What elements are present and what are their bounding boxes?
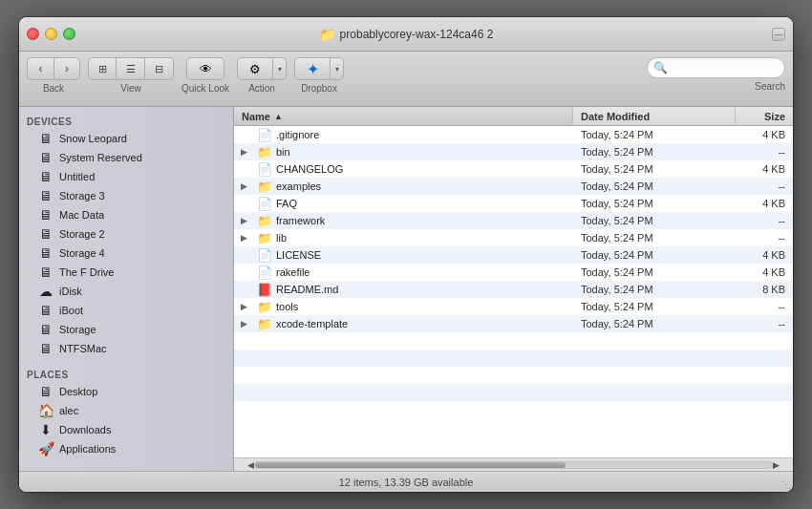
- sidebar-item-label: NTFSMac: [59, 343, 107, 354]
- sidebar-item-storage4[interactable]: 🖥 Storage 4: [23, 244, 229, 263]
- sidebar-item-storage2[interactable]: 🖥 Storage 2: [23, 224, 229, 244]
- sidebar-item-desktop[interactable]: 🖥 Desktop: [23, 382, 229, 401]
- folder-icon: 📁: [319, 27, 335, 42]
- traffic-lights: [27, 28, 75, 40]
- table-row[interactable]: ▶ 📁 tools Today, 5:24 PM --: [234, 298, 793, 315]
- sidebar-item-label: Storage: [59, 324, 96, 335]
- file-name-cell: 📄 rakefile: [253, 265, 573, 280]
- action-button[interactable]: ⚙: [237, 57, 273, 80]
- expand-icon[interactable]: ▶: [241, 216, 247, 225]
- sidebar-item-macdata[interactable]: 🖥 Mac Data: [23, 205, 229, 224]
- list-view-button[interactable]: ☰: [117, 57, 145, 80]
- sidebar-item-label: System Reserved: [59, 152, 142, 163]
- action-dropdown[interactable]: ▾: [273, 57, 287, 80]
- table-row[interactable]: ▶ 📄 .gitignore Today, 5:24 PM 4 KB: [234, 126, 793, 143]
- sidebar-item-idisk[interactable]: ☁ iDisk: [23, 282, 229, 301]
- file-name-cell: 📄 FAQ: [253, 197, 573, 211]
- dropbox-dropdown[interactable]: ▾: [331, 57, 344, 80]
- file-name-cell: 📁 tools: [253, 300, 573, 314]
- folder-icon: 📁: [257, 231, 272, 245]
- sidebar-item-ntfsmac[interactable]: 🖥 NTFSMac: [23, 339, 229, 358]
- file-modified: Today, 5:24 PM: [573, 215, 736, 226]
- quicklook-button[interactable]: 👁: [186, 57, 224, 80]
- dropbox-button[interactable]: ✦: [294, 57, 331, 80]
- sidebar-item-iboot[interactable]: 🖥 iBoot: [23, 301, 229, 320]
- expand-icon[interactable]: ▶: [241, 181, 247, 191]
- indent-spacer: ▶: [234, 216, 253, 225]
- modified-header-label: Date Modified: [581, 111, 650, 122]
- drive-icon: 🖥: [38, 207, 53, 223]
- sidebar-scroll[interactable]: DEVICES 🖥 Snow Leopard 🖥 System Reserved…: [19, 107, 233, 471]
- sidebar-item-applications[interactable]: 🚀 Applications: [23, 439, 229, 458]
- sidebar-item-thefdrive[interactable]: 🖥 The F Drive: [23, 263, 229, 282]
- folder-icon: 📁: [257, 180, 272, 194]
- finder-window: 📁 probablycorey-wax-124ca46 2 — ‹ › Back…: [19, 17, 793, 492]
- sidebar-item-downloads[interactable]: ⬇ Downloads: [23, 420, 229, 439]
- horizontal-scrollbar[interactable]: ◀ ▶: [234, 457, 793, 471]
- scroll-left-arrow[interactable]: ◀: [247, 460, 254, 470]
- expand-icon[interactable]: ▶: [241, 233, 247, 243]
- sidebar-item-snowleopard[interactable]: 🖥 Snow Leopard: [23, 129, 229, 148]
- table-row[interactable]: ▶ 📁 bin Today, 5:24 PM --: [234, 143, 793, 160]
- icon-view-button[interactable]: ⊞: [88, 57, 117, 80]
- table-row[interactable]: ▶ 📕 README.md Today, 5:24 PM 8 KB: [234, 281, 793, 298]
- file-name-cell: 📄 LICENSE: [253, 248, 573, 263]
- table-row[interactable]: ▶ 📄 FAQ Today, 5:24 PM 4 KB: [234, 195, 793, 212]
- action-label: Action: [248, 83, 275, 94]
- indent-spacer: ▶: [234, 267, 253, 277]
- close-button[interactable]: [27, 28, 39, 40]
- file-modified: Today, 5:24 PM: [573, 301, 736, 312]
- indent-spacer: ▶: [234, 302, 253, 311]
- maximize-button[interactable]: [63, 28, 75, 40]
- sidebar-item-alec[interactable]: 🏠 alec: [23, 401, 229, 420]
- back-button[interactable]: ‹: [27, 57, 53, 80]
- file-list[interactable]: ▶ 📄 .gitignore Today, 5:24 PM 4 KB ▶ 📁 b…: [234, 126, 793, 457]
- modified-column-header[interactable]: Date Modified: [573, 107, 736, 125]
- file-size: 8 KB: [736, 284, 793, 295]
- sidebar-item-label: Untitled: [59, 171, 95, 182]
- sidebar-item-systemreserved[interactable]: 🖥 System Reserved: [23, 148, 229, 167]
- column-header: Name ▲ Date Modified Size: [234, 107, 793, 126]
- view-label: View: [120, 83, 141, 94]
- empty-row: [234, 350, 793, 367]
- dropbox-buttons: ✦ ▾: [294, 57, 344, 80]
- table-row[interactable]: ▶ 📁 lib Today, 5:24 PM --: [234, 229, 793, 246]
- quicklook-label: Quick Look: [182, 83, 229, 94]
- table-row[interactable]: ▶ 📁 framework Today, 5:24 PM --: [234, 212, 793, 229]
- scroll-right-arrow[interactable]: ▶: [773, 460, 780, 470]
- sidebar-item-untitled[interactable]: 🖥 Untitled: [23, 167, 229, 186]
- minimize-button[interactable]: [45, 28, 57, 40]
- table-row[interactable]: ▶ 📁 xcode-template Today, 5:24 PM --: [234, 315, 793, 332]
- drive-icon: 🖥: [38, 303, 53, 318]
- file-size: 4 KB: [736, 163, 793, 175]
- file-area: Name ▲ Date Modified Size ▶ 📄 .gitignor: [234, 107, 793, 471]
- sidebar-item-storage[interactable]: 🖥 Storage: [23, 320, 229, 339]
- expand-icon[interactable]: ▶: [241, 147, 247, 157]
- file-size: --: [736, 146, 793, 158]
- window-title: 📁 probablycorey-wax-124ca46 2: [319, 27, 494, 42]
- table-row[interactable]: ▶ 📁 examples Today, 5:24 PM --: [234, 178, 793, 195]
- table-row[interactable]: ▶ 📄 rakefile Today, 5:24 PM 4 KB: [234, 264, 793, 281]
- file-size: --: [736, 232, 793, 244]
- sidebar-item-storage3[interactable]: 🖥 Storage 3: [23, 186, 229, 205]
- table-row[interactable]: ▶ 📄 CHANGELOG Today, 5:24 PM 4 KB: [234, 160, 793, 178]
- table-row[interactable]: ▶ 📄 LICENSE Today, 5:24 PM 4 KB: [234, 246, 793, 264]
- resize-button[interactable]: —: [772, 28, 785, 41]
- status-bar: 12 items, 13.39 GB available ⋱: [19, 471, 793, 492]
- expand-icon[interactable]: ▶: [241, 319, 247, 329]
- file-icon: 📄: [257, 248, 272, 263]
- expand-icon[interactable]: ▶: [241, 302, 247, 311]
- forward-button[interactable]: ›: [53, 57, 80, 80]
- sidebar-item-label: Storage 2: [59, 228, 105, 240]
- column-view-button[interactable]: ⊟: [145, 57, 174, 80]
- drive-icon: 🖥: [38, 226, 53, 242]
- readme-icon: 📕: [257, 283, 272, 297]
- scroll-track[interactable]: [254, 461, 773, 469]
- resize-grip[interactable]: ⋱: [781, 480, 791, 490]
- size-column-header[interactable]: Size: [736, 107, 793, 125]
- scroll-thumb[interactable]: [255, 462, 566, 468]
- name-column-header[interactable]: Name ▲: [234, 107, 573, 125]
- file-icon: 📄: [257, 162, 272, 177]
- search-label: Search: [755, 81, 785, 92]
- action-buttons: ⚙ ▾: [237, 57, 287, 80]
